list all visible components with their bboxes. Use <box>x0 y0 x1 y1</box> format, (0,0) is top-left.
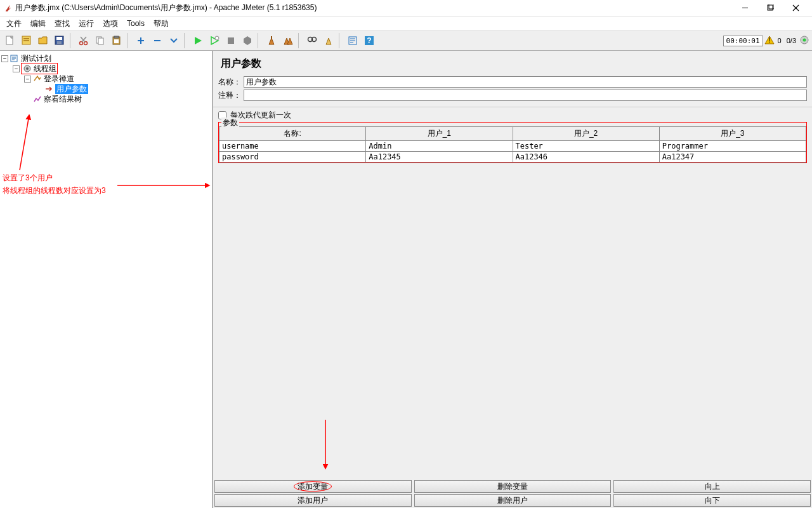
delete-variable-button[interactable]: 删除变量 <box>414 480 612 493</box>
table-row[interactable]: usernameAdminTesterProgrammer <box>219 141 806 152</box>
editor-pane: 用户参数 名称： 注释： 每次跌代更新一次 参数 名称: 用户_1 用户_2 <box>213 51 812 508</box>
collapse-icon[interactable]: − <box>13 65 20 72</box>
app-icon <box>4 4 13 13</box>
shutdown-icon[interactable] <box>240 33 255 48</box>
elapsed-time: 00:00:01 <box>723 36 763 46</box>
menu-bar: 文件 编辑 查找 运行 选项 Tools 帮助 <box>0 17 812 30</box>
panel-title: 用户参数 <box>213 51 812 74</box>
svg-rect-0 <box>768 5 773 10</box>
svg-text:!: ! <box>768 36 770 45</box>
new-icon[interactable] <box>3 33 18 48</box>
menu-file[interactable]: 文件 <box>3 17 25 30</box>
params-group: 参数 名称: 用户_1 用户_2 用户_3 usernameAdminTeste… <box>218 122 807 163</box>
menu-search[interactable]: 查找 <box>51 17 74 30</box>
add-user-button[interactable]: 添加用户 <box>214 494 412 507</box>
expand-icon[interactable] <box>133 33 148 48</box>
help-icon[interactable]: ? <box>362 33 377 48</box>
menu-tools[interactable]: Tools <box>123 18 148 29</box>
move-up-button[interactable]: 向上 <box>613 480 811 493</box>
tree-thread-group[interactable]: − 线程组 <box>13 64 211 74</box>
cut-icon[interactable] <box>76 33 91 48</box>
svg-rect-4 <box>23 38 29 39</box>
menu-run[interactable]: 运行 <box>75 17 98 30</box>
preprocessor-icon <box>44 84 54 94</box>
minimize-button[interactable] <box>732 1 757 16</box>
listener-icon <box>32 94 43 104</box>
search-icon[interactable] <box>304 33 320 48</box>
function-helper-icon[interactable] <box>345 33 360 48</box>
name-label: 名称： <box>218 77 244 88</box>
collapse-icon[interactable]: − <box>24 76 31 83</box>
svg-point-16 <box>215 36 219 40</box>
threads-icon <box>799 35 809 47</box>
svg-rect-15 <box>114 39 119 43</box>
testplan-icon <box>10 53 20 64</box>
title-bar: 用户参数.jmx (C:\Users\Admin\Documents\用户参数.… <box>0 0 812 17</box>
run-noTimers-icon[interactable] <box>207 33 222 48</box>
svg-point-26 <box>803 38 806 41</box>
menu-edit[interactable]: 编辑 <box>27 17 49 30</box>
update-per-iter-label: 每次跌代更新一次 <box>230 110 291 121</box>
tree-pane: − 测试计划 − 线程组 − 登录禅道 用户参数 <box>0 51 213 508</box>
http-sampler-icon <box>32 74 43 84</box>
collapse-icon[interactable]: − <box>1 55 8 62</box>
svg-rect-14 <box>114 36 119 38</box>
thread-count: 0/3 <box>787 37 796 44</box>
annotation-arrow-1 <box>16 110 36 173</box>
tree-user-params[interactable]: 用户参数 <box>36 84 211 94</box>
template-icon[interactable] <box>19 33 34 48</box>
save-icon[interactable] <box>52 33 67 48</box>
svg-point-29 <box>26 67 29 70</box>
paste-icon[interactable] <box>109 33 124 48</box>
warning-icon: ! <box>764 35 775 47</box>
col-user1[interactable]: 用户_1 <box>366 127 513 141</box>
collapse-icon[interactable] <box>150 33 165 48</box>
toolbar: ? 00:00:01 ! 0 0/3 <box>0 30 812 51</box>
svg-rect-18 <box>271 36 272 39</box>
svg-rect-5 <box>23 40 29 41</box>
svg-rect-12 <box>98 38 103 44</box>
window-title: 用户参数.jmx (C:\Users\Admin\Documents\用户参数.… <box>15 3 732 13</box>
annotation-arrow-3 <box>318 417 337 474</box>
table-row[interactable]: passwordAa12345Aa12346Aa12347 <box>219 152 806 163</box>
annotation-text: 设置了3个用户 将线程组的线程数对应设置为3 <box>3 171 106 197</box>
open-icon[interactable] <box>36 33 51 48</box>
col-user3[interactable]: 用户_3 <box>659 127 806 141</box>
move-down-button[interactable]: 向下 <box>613 494 811 507</box>
toggle-icon[interactable] <box>166 33 181 48</box>
annotation-arrow-2 <box>114 178 213 197</box>
params-table[interactable]: 名称: 用户_1 用户_2 用户_3 usernameAdminTesterPr… <box>219 126 806 163</box>
col-user2[interactable]: 用户_2 <box>513 127 659 141</box>
svg-rect-7 <box>56 37 62 40</box>
comment-label: 注释： <box>218 90 244 101</box>
threadgroup-icon <box>22 64 32 74</box>
col-name[interactable]: 名称: <box>219 127 366 141</box>
copy-icon[interactable] <box>93 33 108 48</box>
stop-icon[interactable] <box>223 33 239 48</box>
clear-all-icon[interactable] <box>280 33 296 48</box>
maximize-button[interactable] <box>757 1 783 16</box>
reset-search-icon[interactable] <box>321 33 336 48</box>
tree-sampler[interactable]: − 登录禅道 <box>24 74 211 84</box>
close-button[interactable] <box>783 1 808 16</box>
delete-user-button[interactable]: 删除用户 <box>414 494 612 507</box>
name-input[interactable] <box>244 76 807 88</box>
empty-area <box>213 163 812 480</box>
run-icon[interactable] <box>190 33 206 48</box>
svg-rect-17 <box>228 37 234 44</box>
tree-test-plan[interactable]: − 测试计划 <box>1 53 211 64</box>
menu-help[interactable]: 帮助 <box>150 17 173 30</box>
menu-options[interactable]: 选项 <box>99 17 122 30</box>
add-variable-button[interactable]: 添加变量 <box>214 480 412 493</box>
tree-view-results[interactable]: 察看结果树 <box>24 94 211 104</box>
error-count: 0 <box>778 37 782 44</box>
svg-text:?: ? <box>367 36 371 45</box>
comment-input[interactable] <box>244 90 807 101</box>
svg-rect-8 <box>57 41 62 44</box>
clear-icon[interactable] <box>264 33 279 48</box>
